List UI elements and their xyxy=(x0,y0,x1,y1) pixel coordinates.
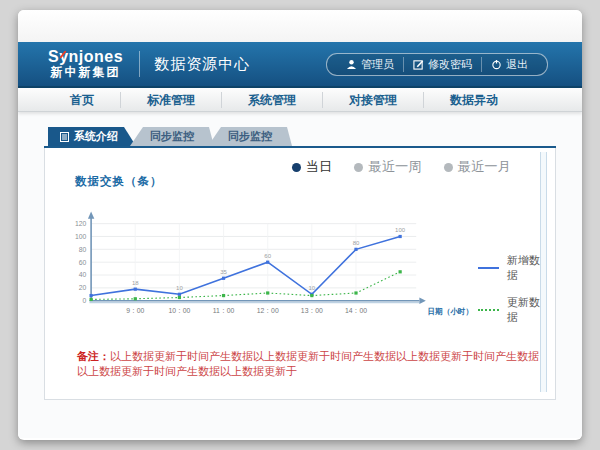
footnote-text: 以上数据更新于时间产生数据以上数据更新于时间产生数据以上数据更新于时间产生数据以… xyxy=(77,350,539,377)
tab-system-intro[interactable]: 系统介绍 xyxy=(48,127,136,146)
line-chart: 0204060801001209：0010：0011：0012：0013：001… xyxy=(59,191,476,343)
nav-item-interface-mgmt[interactable]: 对接管理 xyxy=(323,92,424,108)
svg-text:0: 0 xyxy=(82,297,86,304)
nav-item-home[interactable]: 首页 xyxy=(44,92,121,108)
filter-last-week-radio[interactable]: 最近一周 xyxy=(354,158,421,176)
main-navbar: 首页 标准管理 系统管理 对接管理 数据异动 xyxy=(18,88,582,112)
radio-unselected-icon xyxy=(444,163,453,172)
filter-last-month-radio[interactable]: 最近一月 xyxy=(444,158,511,176)
page-title: 数据资源中心 xyxy=(154,55,250,74)
y-axis-title: 数据交换（条） xyxy=(75,174,541,189)
chart-legend: 新增数据 更新数据 xyxy=(478,253,541,343)
svg-text:20: 20 xyxy=(79,284,87,291)
svg-text:9：00: 9：00 xyxy=(126,307,144,314)
logo-text-cn: 新中新集团 xyxy=(48,66,123,79)
svg-text:80: 80 xyxy=(79,246,87,253)
logout-button[interactable]: 退出 xyxy=(482,57,537,72)
svg-text:10：00: 10：00 xyxy=(168,307,190,314)
legend-label: 新增数据 xyxy=(507,253,541,283)
legend-item-new-data: 新增数据 xyxy=(478,253,541,283)
chart-row: 0204060801001209：0010：0011：0012：0013：001… xyxy=(59,191,541,343)
legend-label: 更新数据 xyxy=(507,295,541,325)
svg-text:10: 10 xyxy=(176,285,183,291)
scrollbar[interactable] xyxy=(540,152,547,392)
svg-text:日期（小时）: 日期（小时） xyxy=(427,307,473,316)
change-password-label: 修改密码 xyxy=(428,57,472,72)
dotted-line-swatch xyxy=(478,309,498,311)
chart-panel: 当日 最近一周 最近一月 数据交换（条） 0204060801001209：00… xyxy=(44,148,556,400)
svg-text:80: 80 xyxy=(353,240,360,246)
tab-sync-monitor-1[interactable]: 同步监控 xyxy=(130,127,214,146)
svg-text:14：00: 14：00 xyxy=(345,307,367,314)
tab-label: 同步监控 xyxy=(228,127,272,146)
filter-label: 最近一周 xyxy=(368,158,421,176)
current-user-label: 管理员 xyxy=(361,57,394,72)
document-icon xyxy=(60,132,69,142)
user-toolbar: 管理员 修改密码 退出 xyxy=(326,53,548,76)
svg-text:40: 40 xyxy=(79,271,87,278)
tab-sync-monitor-2[interactable]: 同步监控 xyxy=(208,127,292,146)
radio-selected-icon xyxy=(292,163,301,172)
user-icon xyxy=(346,59,357,70)
logout-label: 退出 xyxy=(506,57,528,72)
svg-text:120: 120 xyxy=(75,220,87,227)
svg-text:11：00: 11：00 xyxy=(213,307,235,314)
edit-icon xyxy=(413,59,424,70)
power-icon xyxy=(491,59,502,70)
svg-text:100: 100 xyxy=(75,233,87,240)
filter-today-radio[interactable]: 当日 xyxy=(292,158,333,176)
nav-item-data-change[interactable]: 数据异动 xyxy=(424,92,524,108)
svg-text:35: 35 xyxy=(220,269,227,275)
app-window: Synjones 新中新集团 数据资源中心 管理员 修改密码 xyxy=(18,10,582,440)
browser-chrome-strip xyxy=(18,10,582,42)
nav-item-system-mgmt[interactable]: 系统管理 xyxy=(222,92,323,108)
solid-line-swatch xyxy=(478,267,498,269)
svg-text:13：00: 13：00 xyxy=(301,307,323,314)
svg-text:10: 10 xyxy=(308,285,315,291)
tab-bar: 系统介绍 同步监控 同步监控 xyxy=(44,128,556,148)
tab-label: 系统介绍 xyxy=(74,127,118,146)
content-area: 系统介绍 同步监控 同步监控 当日 最近一周 xyxy=(18,112,582,438)
svg-text:12：00: 12：00 xyxy=(257,307,279,314)
svg-text:60: 60 xyxy=(79,259,87,266)
app-header: Synjones 新中新集团 数据资源中心 管理员 修改密码 xyxy=(18,42,582,88)
change-password-button[interactable]: 修改密码 xyxy=(404,57,482,72)
footnote-label: 备注： xyxy=(77,350,110,362)
footnote: 备注：以上数据更新于时间产生数据以上数据更新于时间产生数据以上数据更新于时间产生… xyxy=(77,349,541,379)
current-user-button[interactable]: 管理员 xyxy=(337,57,404,72)
svg-text:18: 18 xyxy=(132,280,139,286)
header-divider xyxy=(139,51,140,77)
filter-label: 最近一月 xyxy=(458,158,511,176)
filter-label: 当日 xyxy=(306,158,333,176)
svg-text:60: 60 xyxy=(264,253,271,259)
brand-logo: Synjones 新中新集团 xyxy=(18,49,123,78)
svg-text:100: 100 xyxy=(395,227,406,233)
radio-unselected-icon xyxy=(354,163,363,172)
nav-item-standard-mgmt[interactable]: 标准管理 xyxy=(121,92,222,108)
legend-item-updated-data: 更新数据 xyxy=(478,295,541,325)
tab-label: 同步监控 xyxy=(150,127,194,146)
time-range-filter: 当日 最近一周 最近一月 xyxy=(292,158,511,176)
